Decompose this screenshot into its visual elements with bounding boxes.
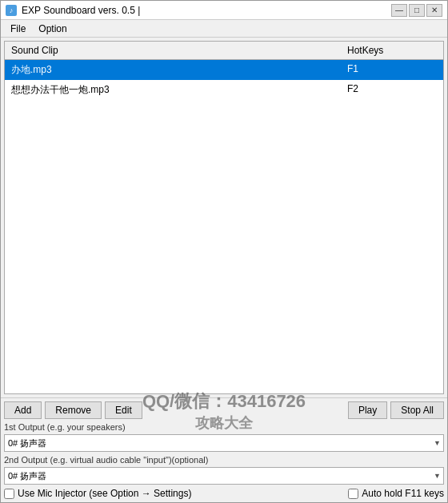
edit-button[interactable]: Edit	[105, 401, 142, 419]
table-header: Sound Clip HotKeys	[5, 42, 443, 60]
title-bar: ♪ EXP Soundboard vers. 0.5 | — □ ✕	[1, 1, 447, 20]
main-window: ♪ EXP Soundboard vers. 0.5 | — □ ✕ File …	[0, 0, 448, 503]
second-output-wrapper: 0# 扬声器	[4, 467, 444, 485]
menu-option[interactable]: Option	[32, 22, 73, 36]
remove-button[interactable]: Remove	[45, 401, 102, 419]
maximize-button[interactable]: □	[409, 4, 425, 17]
hotkey-value: F2	[344, 82, 440, 98]
mic-injector-checkbox[interactable]	[4, 489, 14, 499]
second-output-section: 2nd Output (e.g. virtual audio cable "in…	[4, 455, 444, 485]
title-bar-controls: — □ ✕	[391, 4, 442, 17]
window-title: EXP Soundboard vers. 0.5 |	[22, 5, 140, 16]
table-row[interactable]: 办地.mp3 F1	[5, 60, 443, 80]
main-content: Sound Clip HotKeys 办地.mp3 F1 想想办法干他一炮.mp…	[1, 38, 447, 502]
sound-clip-table: Sound Clip HotKeys 办地.mp3 F1 想想办法干他一炮.mp…	[4, 41, 444, 394]
bottom-panel: Add Remove Edit Play Stop All 1st Output…	[1, 397, 447, 502]
column-header-clip: Sound Clip	[8, 43, 344, 58]
auto-hold-control: Auto hold F11 keys	[348, 488, 444, 499]
hotkey-value: F1	[344, 62, 440, 78]
menu-file[interactable]: File	[4, 22, 32, 36]
first-output-section: 1st Output (e.g. your speakers) 0# 扬声器	[4, 422, 444, 452]
menu-bar: File Option	[1, 20, 447, 38]
minimize-button[interactable]: —	[391, 4, 407, 17]
auto-hold-checkbox[interactable]	[348, 489, 358, 499]
first-output-label: 1st Output (e.g. your speakers)	[4, 422, 444, 432]
first-output-select[interactable]: 0# 扬声器	[4, 434, 444, 452]
left-buttons: Add Remove Edit	[4, 401, 142, 419]
second-output-label: 2nd Output (e.g. virtual audio cable "in…	[4, 455, 444, 465]
add-button[interactable]: Add	[4, 401, 42, 419]
title-bar-left: ♪ EXP Soundboard vers. 0.5 |	[6, 5, 140, 16]
mic-injector-control: Use Mic Injector (see Option → Settings)	[4, 488, 191, 499]
close-button[interactable]: ✕	[426, 4, 442, 17]
bottom-controls-row: Use Mic Injector (see Option → Settings)…	[4, 488, 444, 499]
clip-name: 办地.mp3	[8, 62, 344, 78]
clip-name: 想想办法干他一炮.mp3	[8, 82, 344, 98]
second-output-select[interactable]: 0# 扬声器	[4, 467, 444, 485]
app-icon: ♪	[6, 5, 17, 16]
right-buttons: Play Stop All	[348, 401, 444, 419]
mic-injector-label: Use Mic Injector (see Option → Settings)	[18, 488, 191, 499]
stop-all-button[interactable]: Stop All	[390, 401, 444, 419]
play-button[interactable]: Play	[348, 401, 387, 419]
auto-hold-label: Auto hold F11 keys	[362, 488, 444, 499]
button-row: Add Remove Edit Play Stop All	[4, 401, 444, 419]
column-header-hotkeys: HotKeys	[344, 43, 440, 58]
table-row[interactable]: 想想办法干他一炮.mp3 F2	[5, 80, 443, 100]
first-output-wrapper: 0# 扬声器	[4, 434, 444, 452]
